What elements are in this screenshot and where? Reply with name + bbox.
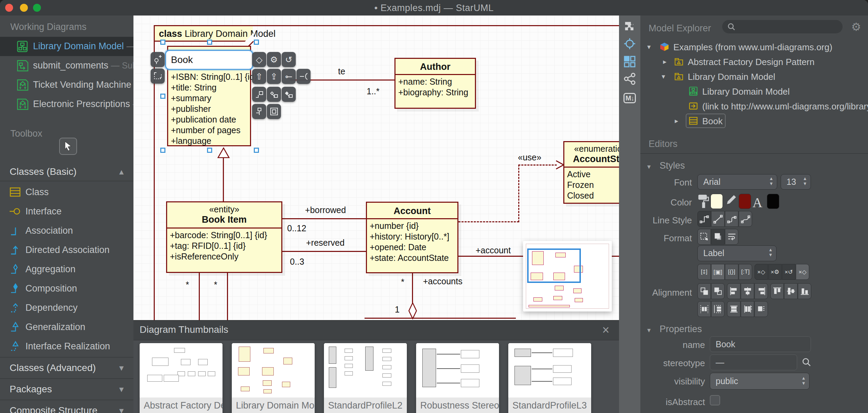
search-input[interactable] — [739, 21, 838, 32]
thumbnail-robustness-stereotypes[interactable]: Robustness Stereotypes — [416, 343, 499, 413]
quick-part-button[interactable] — [267, 104, 281, 119]
quick-realization-button[interactable]: ⇪ — [267, 69, 281, 84]
hide-attributes-button[interactable]: ×◇ — [755, 264, 768, 280]
edge-label-star1[interactable]: * — [186, 280, 189, 290]
tool-class[interactable]: Class — [0, 183, 133, 202]
working-diagram-submit-comments[interactable]: submit_comments — Submit — [0, 56, 133, 75]
selection-handle[interactable] — [207, 148, 212, 153]
quick-containment-button[interactable] — [252, 104, 266, 119]
suppress-attributes-button[interactable]: ×◇ — [796, 264, 809, 280]
edge-reserved[interactable] — [282, 251, 366, 252]
class-name-editor[interactable]: Book — [165, 50, 253, 70]
markdown-button[interactable]: M↓ — [623, 92, 636, 104]
edge-generalization-bookitem-book[interactable] — [223, 158, 224, 201]
visibility-select[interactable]: public ▲▼ — [710, 373, 810, 390]
font-size-stepper[interactable]: 13 ▲▼ — [781, 174, 811, 190]
align-bottom-button[interactable] — [798, 283, 811, 299]
caret-right-icon[interactable]: ▸ — [663, 57, 666, 66]
fill-color-swatch[interactable] — [710, 194, 723, 209]
tool-dependency[interactable]: Dependency — [0, 298, 133, 318]
class-book-item[interactable]: «entity»Book Item +barcode: String[0..1]… — [166, 201, 282, 273]
font-color-letter-icon[interactable]: A — [752, 194, 762, 211]
name-input[interactable]: Book — [710, 336, 811, 352]
fill-color-roller-icon[interactable] — [697, 194, 710, 209]
model-search[interactable] — [722, 20, 843, 33]
tool-interface-realization[interactable]: Interface Realization — [0, 337, 133, 356]
quick-add-note-button[interactable] — [151, 68, 165, 84]
equal-size-button[interactable] — [755, 301, 768, 317]
tool-interface[interactable]: Interface — [0, 202, 133, 221]
share-button[interactable] — [623, 73, 636, 85]
format-show-shadow-button[interactable] — [711, 229, 725, 245]
stereotype-search-icon[interactable] — [801, 357, 812, 367]
distribute-horizontal-button[interactable] — [697, 301, 711, 317]
stereotype-display-select[interactable]: Label ▲▼ — [697, 245, 777, 261]
tree-item-hyperlink[interactable]: (link to http://www.uml-diagrams.org/lib… — [640, 99, 868, 114]
selection-handle[interactable] — [160, 94, 165, 99]
working-diagram-library-domain-model[interactable]: Library Domain Model — Lib — [0, 37, 133, 56]
toolbox-section-classes-advanced[interactable]: Classes (Advanced) ▼ — [0, 359, 133, 377]
class-account[interactable]: Account +number {id} +history: History[0… — [366, 202, 458, 273]
align-center-button[interactable] — [741, 283, 754, 299]
tree-item-examples[interactable]: ▾ Examples (from www.uml-diagrams.org) — [640, 40, 868, 54]
show-type-button[interactable]: [:T] — [739, 264, 752, 280]
quick-substate-button[interactable]: ↺ — [282, 52, 296, 67]
toolbox-section-packages[interactable]: Packages ▼ — [0, 380, 133, 398]
edge-label-reserved-mult[interactable]: 0..3 — [290, 257, 304, 267]
enum-account-state[interactable]: «enumeration»AccountState Active Frozen … — [563, 141, 619, 204]
hide-operations-button[interactable]: ×⚙ — [768, 264, 782, 280]
edge-label-reserved[interactable]: +reserved — [306, 238, 345, 248]
edge-label-one[interactable]: 1 — [395, 305, 400, 315]
edge-bookitem-down-2[interactable] — [227, 273, 228, 320]
align-middle-button[interactable] — [784, 283, 798, 299]
caret-down-icon[interactable]: ▾ — [662, 72, 665, 81]
line-color-swatch[interactable] — [739, 194, 751, 209]
tool-association[interactable]: Association — [0, 221, 133, 241]
tool-composition[interactable]: Composition — [0, 279, 133, 298]
toolbox-section-classes-basic[interactable]: Classes (Basic) ▲ — [0, 163, 133, 181]
class-author[interactable]: Author +name: String +biography: String — [394, 58, 476, 109]
layout-button[interactable] — [623, 55, 636, 68]
quick-generalization-button[interactable]: ⇧ — [252, 69, 266, 84]
equal-width-button[interactable] — [741, 301, 754, 317]
quick-association-button[interactable] — [252, 87, 266, 102]
explorer-settings-gear-icon[interactable]: ⚙ — [851, 20, 861, 33]
hide-receptions-button[interactable]: ×↺ — [782, 264, 795, 280]
tool-aggregation[interactable]: Aggregation — [0, 260, 133, 279]
send-to-back-button[interactable] — [711, 283, 725, 299]
edge-label-borrowed-mult[interactable]: 0..12 — [287, 223, 306, 233]
edge-label-account[interactable]: +account — [476, 245, 511, 255]
font-color-swatch[interactable] — [767, 194, 779, 209]
edge-bookitem-down-1[interactable] — [199, 273, 200, 320]
tool-generalization[interactable]: Generalization — [0, 318, 133, 337]
quick-composition-button[interactable] — [282, 87, 296, 102]
format-word-wrap-button[interactable] — [725, 229, 738, 245]
equal-height-button[interactable] — [727, 301, 740, 317]
diagram-overview-panel[interactable] — [523, 241, 612, 311]
working-diagram-ticket-vending-machine[interactable]: Ticket Vending Machine — T — [0, 75, 133, 95]
overview-viewport[interactable] — [527, 248, 581, 283]
align-right-button[interactable] — [755, 283, 768, 299]
edge-label-wrote[interactable]: te — [338, 66, 345, 76]
show-property-button[interactable]: [{}] — [725, 264, 738, 280]
quick-provided-interface-button[interactable]: ⊸ — [282, 69, 296, 84]
working-diagram-electronic-prescriptions[interactable]: Electronic Prescriptions — E — [0, 95, 133, 114]
isabstract-checkbox[interactable] — [710, 395, 720, 405]
extensions-button[interactable] — [623, 20, 636, 33]
edge-label-use[interactable]: «use» — [518, 152, 541, 162]
selection-handle[interactable] — [207, 40, 212, 45]
properties-collapse-icon[interactable]: ▾ — [647, 326, 651, 334]
tree-item-abstract-factory[interactable]: ▸ Abstract Factory Design Pattern — [640, 54, 868, 69]
font-family-select[interactable]: Arial ▲▼ — [697, 174, 777, 190]
stereotype-input[interactable]: — — [710, 354, 797, 370]
thumbnail-abstract-factory[interactable]: Abstract Factory Design — [140, 343, 223, 413]
selection-handle[interactable] — [254, 40, 259, 45]
selection-handle[interactable] — [254, 148, 259, 153]
align-top-button[interactable] — [770, 283, 784, 299]
edge-library-accounts[interactable] — [412, 273, 413, 303]
quick-aggregation-button[interactable] — [267, 87, 281, 102]
align-left-button[interactable] — [727, 283, 740, 299]
line-style-oblique-button[interactable] — [711, 211, 725, 227]
quick-add-interface-button[interactable] — [151, 52, 165, 67]
thumbnail-standardprofilel2[interactable]: StandardProfileL2 — [324, 343, 407, 413]
